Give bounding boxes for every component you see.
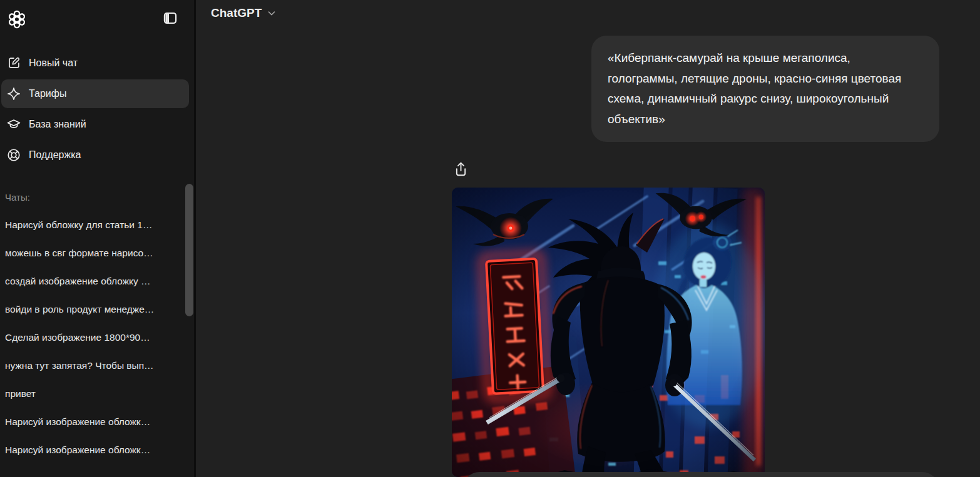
model-title-label: ChatGPT — [211, 6, 262, 20]
generated-image[interactable] — [452, 188, 765, 477]
chat-history-item[interactable]: можешь в свг формате нарисо… — [5, 239, 183, 267]
chatgpt-app: Новый чат Тарифы База знаний — [0, 0, 980, 477]
sidebar-item-label: Тарифы — [29, 88, 66, 99]
sidebar-item-tariffs[interactable]: Тарифы — [1, 79, 189, 108]
sidebar-toggle-icon[interactable] — [161, 9, 179, 27]
share-upload-icon[interactable] — [452, 159, 469, 178]
sidebar-chats-section: Чаты: Нарисуй обложку для статьи 1… може… — [5, 190, 183, 464]
chats-heading: Чаты: — [5, 190, 183, 205]
user-message-bubble: «Киберпанк-самурай на крыше мегаполиса, … — [591, 36, 939, 142]
sidebar: Новый чат Тарифы База знаний — [0, 0, 194, 477]
sidebar-item-label: Новый чат — [29, 58, 78, 69]
chat-history-item[interactable]: Нарисуй изображение обложк… — [5, 436, 183, 464]
chat-history-list: Нарисуй обложку для статьи 1… можешь в с… — [5, 211, 183, 464]
chat-history-item[interactable]: создай изображение обложку … — [5, 267, 183, 295]
sidebar-item-label: Поддержка — [29, 149, 81, 161]
sparkle-icon — [6, 86, 21, 101]
chat-history-item[interactable]: привет — [5, 379, 183, 408]
model-selector[interactable]: ChatGPT — [211, 6, 277, 20]
composer-input[interactable] — [463, 472, 939, 477]
chat-history-item[interactable]: Нарисуй обложку для статьи 1… — [5, 211, 183, 239]
main-header: ChatGPT — [211, 0, 277, 26]
chat-history-item[interactable]: Сделай изображение 1800*90… — [5, 323, 183, 351]
chevron-down-icon — [266, 8, 277, 19]
openai-logo-icon — [5, 8, 29, 31]
chat-history-item[interactable]: Нарисуй изображение обложк… — [5, 408, 183, 436]
sidebar-item-new-chat[interactable]: Новый чат — [1, 48, 189, 78]
sidebar-item-knowledge-base[interactable]: База знаний — [1, 109, 189, 139]
chat-history-item[interactable]: нужна тут запятая? Чтобы вып… — [5, 351, 183, 379]
graduation-cap-icon — [6, 117, 21, 132]
new-chat-pencil-icon — [6, 56, 21, 71]
sidebar-item-label: База знаний — [29, 119, 86, 130]
sidebar-item-support[interactable]: Поддержка — [1, 139, 189, 170]
sidebar-nav: Новый чат Тарифы База знаний — [1, 48, 189, 170]
sidebar-divider — [194, 0, 196, 477]
sidebar-scrollbar-thumb[interactable] — [185, 184, 193, 316]
chat-history-item[interactable]: войди в роль продукт менедже… — [5, 295, 183, 323]
lifebuoy-icon — [6, 148, 21, 163]
